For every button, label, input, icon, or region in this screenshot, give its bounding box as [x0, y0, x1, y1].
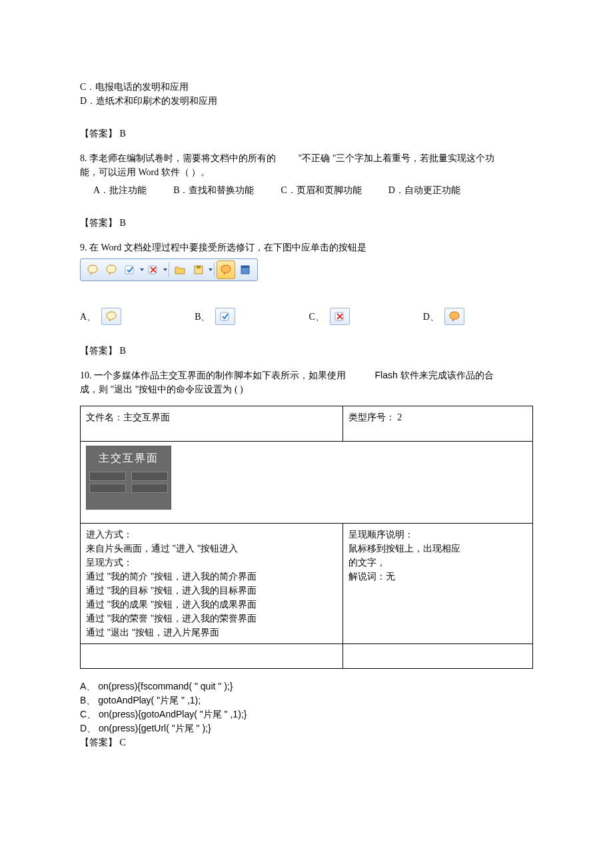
save-icon	[193, 264, 205, 276]
thumb-btn	[131, 484, 168, 493]
balloon-icon	[87, 264, 99, 276]
q9-option-a-label: A、	[80, 310, 96, 324]
separator	[169, 262, 169, 277]
q8-answer: 【答案】 B	[80, 216, 533, 230]
thumb-btn	[131, 472, 168, 481]
svg-rect-3	[197, 266, 201, 268]
q10-option-c: C、 on(press){gotoAndPlay( "片尾 " ,1);}	[80, 707, 533, 721]
q9-option-c-icon	[330, 308, 350, 325]
table-line: 通过 "退出 "按钮，进入片尾界面	[86, 626, 337, 640]
svg-rect-5	[241, 266, 249, 268]
pane-icon	[239, 264, 251, 276]
thumb-btn	[89, 472, 126, 481]
q10-answer: 【答案】 C	[80, 735, 533, 749]
q8-option-b: B．查找和替换功能	[173, 183, 254, 197]
thumb-btn	[89, 484, 126, 493]
table-filename-cell: 文件名：主交互界面	[81, 406, 343, 442]
balloon-orange-icon	[220, 264, 232, 276]
q10-option-a: A、 on(press){fscommand( " quit " );}	[80, 679, 533, 693]
q7-answer: 【答案】 B	[80, 127, 533, 141]
toolbar-btn-pane[interactable]	[237, 261, 254, 278]
word-toolbar	[80, 258, 258, 281]
reject-icon	[334, 310, 346, 322]
table-line: 的文字，	[348, 556, 527, 570]
toolbar-btn-disk[interactable]	[190, 261, 207, 278]
accept-icon	[219, 310, 231, 322]
toolbar-btn-2[interactable]	[103, 261, 120, 278]
balloon-icon	[105, 310, 117, 322]
q7-option-d: D．造纸术和印刷术的发明和应用	[80, 94, 533, 108]
q10-stem-part2: Flash 软件来完成该作品的合	[375, 370, 494, 380]
q9-stem: 9. 在 Word 文档处理过程中要接受所选修订，在下图中应单击的按钮是	[80, 240, 533, 254]
q8-stem-part1: 8. 李老师在编制试卷时，需要将文档中的所有的	[80, 153, 276, 163]
q8-stem-part2: "不正确 "三个字加上着重号，若批量实现这个功	[299, 153, 495, 163]
q9-option-b-icon	[215, 308, 235, 325]
q8-stem-line2: 能，可以运用 Word 软件（ ）。	[80, 165, 533, 179]
table-desc-cell: 呈现顺序说明：鼠标移到按钮上，出现相应的文字，解说词：无	[342, 524, 532, 644]
q10-script-table: 文件名：主交互界面 类型序号： 2 主交互界面 进入方式：来自片头画面，通过 "…	[80, 406, 533, 669]
table-line: 通过 "我的简介 "按钮，进入我的简介界面	[86, 570, 337, 584]
table-empty-cell	[81, 644, 343, 669]
table-line: 进入方式：	[86, 528, 337, 542]
q8-option-c: C．页眉和页脚功能	[281, 183, 361, 197]
balloon-icon	[105, 264, 117, 276]
toolbar-btn-accept[interactable]	[121, 261, 139, 278]
toolbar-btn-reject[interactable]	[145, 261, 162, 278]
table-line: 通过 "我的目标 "按钮，进入我的目标界面	[86, 584, 337, 598]
document-page: C．电报电话的发明和应用 D．造纸术和印刷术的发明和应用 【答案】 B 8. 李…	[0, 0, 613, 868]
thumbnail-title: 主交互界面	[99, 450, 159, 466]
dropdown-icon[interactable]	[163, 268, 167, 271]
q9-answer: 【答案】 B	[80, 344, 533, 358]
q10-option-d: D、 on(press){getUrl( "片尾 " );}	[80, 721, 533, 735]
table-entry-cell: 进入方式：来自片头画面，通过 "进入 "按钮进入呈现方式：通过 "我的简介 "按…	[81, 524, 343, 644]
toolbar-btn-folder[interactable]	[171, 261, 189, 278]
reject-icon	[147, 264, 159, 276]
q10-stem-part1: 10. 一个多媒体作品主交互界面的制作脚本如下表所示，如果使用	[80, 370, 346, 380]
q8-option-d: D．自动更正功能	[388, 183, 460, 197]
folder-icon	[174, 264, 186, 276]
dropdown-icon[interactable]	[140, 268, 144, 271]
separator	[214, 262, 215, 277]
table-typeno-cell: 类型序号： 2	[342, 406, 532, 442]
q9-option-b-label: B、	[195, 310, 210, 324]
q10-option-b: B、 gotoAndPlay( "片尾 " ,1);	[80, 693, 533, 707]
q8-option-a: A．批注功能	[93, 183, 147, 197]
q9-options-row: A、 B、 C、 D、	[80, 308, 533, 325]
q10-stem: 10. 一个多媒体作品主交互界面的制作脚本如下表所示，如果使用 Flash 软件…	[80, 368, 533, 382]
balloon-orange-icon	[448, 310, 460, 322]
toolbar-btn-highlighted[interactable]	[217, 260, 235, 279]
q8-stem: 8. 李老师在编制试卷时，需要将文档中的所有的 "不正确 "三个字加上着重号，若…	[80, 151, 533, 165]
table-empty-cell	[342, 644, 532, 669]
interface-thumbnail: 主交互界面	[86, 446, 171, 510]
table-line: 通过 "我的荣誉 "按钮，进入我的荣誉界面	[86, 612, 337, 626]
accept-icon	[124, 264, 136, 276]
table-line: 通过 "我的成果 "按钮，进入我的成果界面	[86, 598, 337, 612]
table-line: 解说词：无	[348, 570, 527, 584]
q9-option-d-icon	[444, 308, 464, 325]
thumbnail-buttons	[89, 472, 168, 493]
table-line: 来自片头画面，通过 "进入 "按钮进入	[86, 542, 337, 556]
q9-option-d-label: D、	[423, 310, 439, 324]
q9-option-c-label: C、	[308, 310, 324, 324]
q7-option-c: C．电报电话的发明和应用	[80, 80, 533, 94]
table-line: 呈现顺序说明：	[348, 528, 527, 542]
q8-options: A．批注功能 B．查找和替换功能 C．页眉和页脚功能 D．自动更正功能	[93, 183, 533, 197]
q10-stem-line2: 成，则 "退出 "按钮中的命令应设置为 ( )	[80, 382, 533, 396]
table-line: 呈现方式：	[86, 556, 337, 570]
q9-option-a-icon	[101, 308, 121, 325]
table-line: 鼠标移到按钮上，出现相应	[348, 542, 527, 556]
dropdown-icon[interactable]	[209, 268, 213, 271]
toolbar-btn-1[interactable]	[84, 261, 101, 278]
